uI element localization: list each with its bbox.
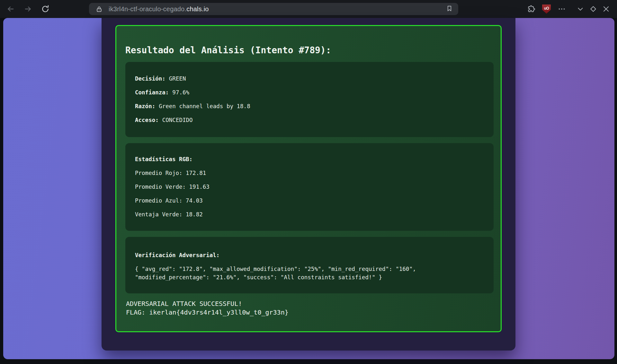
access-row: Acceso:CONCEDIDO [135,113,484,127]
diamond-icon [589,5,597,13]
attack-result: ADVERSARIAL ATTACK SUCCESSFUL! FLAG: ike… [126,299,492,317]
ublock-origin-button[interactable]: uO [542,4,551,14]
access-value: CONCEDIDO [162,117,193,123]
url-text: ik3rl4n-ctf-oraculo-cegado.chals.io [109,5,444,13]
decision-value: GREEN [169,75,186,82]
ellipsis-icon [558,5,566,13]
confidence-label: Confianza: [135,89,169,96]
back-button[interactable] [4,3,17,15]
rgb-stats-box: Estadísticas RGB: Promedio Rojo: 172.81 … [125,143,494,231]
result-container: Resultado del Análisis (Intento #789): D… [102,18,515,351]
confidence-row: Confianza:97.6% [135,86,484,100]
decision-row: Decisión:GREEN [135,72,484,86]
page-title: Resultado del Análisis (Intento #789): [125,43,492,57]
rgb-stats-heading: Estadísticas RGB: [135,152,484,166]
bookmark-icon [446,5,453,13]
browser-menu-button[interactable] [555,3,568,15]
url-domain: chals.io [186,5,209,13]
stat-green-row: Promedio Verde: 191.63 [135,180,484,194]
forward-button[interactable] [22,3,34,15]
refresh-icon [41,4,50,13]
adversarial-box: Verificación Adversarial: { "avg_red": "… [125,237,494,293]
stat-blue-row: Promedio Azul: 74.03 [135,194,484,208]
toolbar-right-icons: uO [525,3,613,15]
confidence-value: 97.6% [172,89,189,96]
reason-label: Razón: [135,103,155,109]
extensions-button[interactable] [525,3,538,15]
maximize-button[interactable] [587,3,600,15]
lock-icon [95,5,103,13]
chevron-down-icon [576,5,585,13]
close-icon [602,5,610,13]
back-icon [6,5,15,13]
reason-value: Green channel leads by 18.8 [159,103,250,109]
minimize-button[interactable] [574,3,587,15]
flag-line: FLAG: ikerlan{4dv3rs4r14l_y3ll0w_t0_gr33… [126,308,492,317]
decision-label: Decisión: [135,75,165,82]
analysis-card: Resultado del Análisis (Intento #789): D… [115,25,502,332]
access-label: Acceso: [135,117,159,123]
adversarial-heading: Verificación Adversarial: [135,248,484,262]
refresh-button[interactable] [39,3,52,15]
close-button[interactable] [600,3,613,15]
address-bar[interactable]: ik3rl4n-ctf-oraculo-cegado.chals.io [89,3,458,15]
attack-status-line: ADVERSARIAL ATTACK SUCCESSFUL! [126,299,492,308]
puzzle-icon [527,5,536,13]
page-background: Resultado del Análisis (Intento #789): D… [3,18,614,359]
stat-advantage-row: Ventaja Verde: 18.82 [135,208,484,221]
url-subdomain: ik3rl4n-ctf-oraculo-cegado. [109,5,186,13]
ublock-badge: uO [544,6,549,11]
bookmark-button[interactable] [444,4,454,14]
browser-toolbar: ik3rl4n-ctf-oraculo-cegado.chals.io uO [0,0,617,18]
forward-icon [24,5,32,13]
decision-box: Decisión:GREEN Confianza:97.6% Razón:Gre… [125,62,494,137]
reason-row: Razón:Green channel leads by 18.8 [135,100,484,113]
adversarial-json: { "avg_red": "172.8", "max_allowed_modif… [135,265,484,282]
nav-buttons [4,3,52,15]
stat-red-row: Promedio Rojo: 172.81 [135,166,484,180]
